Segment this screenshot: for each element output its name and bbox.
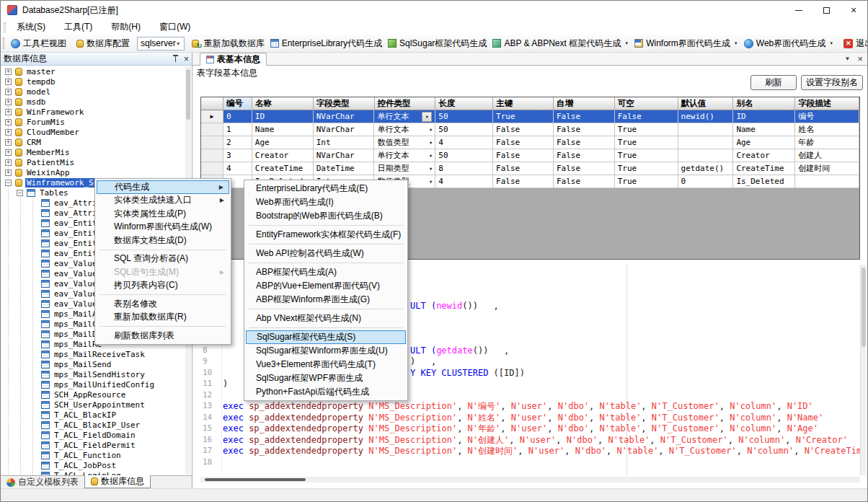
- toolbar-abp-button[interactable]: ABP & ABPNext 框架代码生成 ▼: [490, 36, 632, 51]
- tree-item-MemberMis[interactable]: +MemberMis: [1, 147, 186, 157]
- row-marker-cell[interactable]: [201, 123, 223, 136]
- tab-database-info[interactable]: 数据库信息: [84, 475, 151, 488]
- grid-cell[interactable]: CreateTime: [733, 162, 795, 175]
- column-header-编号[interactable]: 编号: [223, 97, 252, 110]
- menu-item-SqlSugar框架WPF界面生成[interactable]: SqlSugar框架WPF界面生成: [246, 371, 406, 385]
- grid-cell[interactable]: 50: [435, 149, 493, 162]
- grid-cell[interactable]: False: [554, 110, 615, 123]
- combo-dropdown-icon[interactable]: ▼: [430, 166, 433, 171]
- tree-item-mps_MailReceiveTask[interactable]: mps_MailReceiveTask: [1, 349, 186, 359]
- grid-cell[interactable]: True: [615, 123, 678, 136]
- editor-hscrollbar[interactable]: [200, 477, 860, 483]
- tree-item-T_ACL_FieldPermit[interactable]: T_ACL_FieldPermit: [1, 440, 186, 450]
- grid-cell[interactable]: False: [554, 175, 615, 188]
- menu-item-Bootstrap的Web界面代码生成(B)[interactable]: Bootstrap的Web界面代码生成(B): [246, 209, 406, 223]
- table-row[interactable]: 3CreatorNVarChar单行文本▼50FalseFalseTrueCre…: [201, 149, 859, 162]
- column-header-主键[interactable]: 主键: [493, 97, 554, 110]
- tree-item-WinFramework[interactable]: +WinFramework: [1, 107, 186, 117]
- menu-tools[interactable]: 工具(T): [58, 19, 99, 35]
- grid-cell[interactable]: False: [554, 136, 615, 149]
- grid-cell[interactable]: False: [554, 162, 615, 175]
- tree-item-SCH_AppResource[interactable]: SCH_AppResource: [1, 389, 186, 400]
- collapse-icon[interactable]: −: [17, 190, 23, 196]
- expand-icon[interactable]: +: [5, 89, 12, 95]
- menu-item-Winform界面代码生成(W)[interactable]: Winform界面代码生成(W): [97, 221, 229, 234]
- tree-item-tempdb[interactable]: +tempdb: [1, 76, 186, 87]
- tree-item-T_ACL_BlackIP[interactable]: T_ACL_BlackIP: [1, 410, 186, 420]
- grid-cell[interactable]: NVarChar: [314, 123, 375, 136]
- tree-item-master[interactable]: +master: [1, 66, 186, 76]
- grid-cell[interactable]: DateTime: [314, 162, 375, 175]
- grid-cell[interactable]: 单行文本▼: [374, 110, 435, 123]
- collapse-icon[interactable]: −: [5, 180, 12, 186]
- menu-item-SqlSugar框架Winform界面生成(U)[interactable]: SqlSugar框架Winform界面生成(U): [246, 344, 406, 358]
- row-marker-cell[interactable]: [201, 162, 223, 175]
- tree-item-PatientMis[interactable]: +PatientMis: [1, 157, 186, 167]
- grid-cell[interactable]: Creator: [252, 149, 314, 162]
- menu-help[interactable]: 帮助(H): [105, 19, 147, 35]
- panel-close-icon[interactable]: ×: [184, 55, 189, 63]
- grid-cell[interactable]: 4: [435, 136, 493, 149]
- menu-item-EntityFramework实体框架代码生成(F)[interactable]: EntityFramework实体框架代码生成(F): [246, 228, 406, 242]
- db-type-combobox[interactable]: sqlserver ▼: [137, 37, 185, 50]
- tree-item-mps_MailUnifiedConfig[interactable]: mps_MailUnifiedConfig: [1, 379, 186, 389]
- tree-item-T_ACL_Function[interactable]: T_ACL_Function: [1, 450, 186, 460]
- grid-cell[interactable]: 年龄: [795, 136, 859, 149]
- grid-cell[interactable]: 创建人: [795, 149, 859, 162]
- combo-dropdown-icon[interactable]: ▼: [430, 140, 433, 145]
- tree-item-ForumMis[interactable]: +ForumMis: [1, 117, 186, 127]
- grid-cell[interactable]: False: [493, 149, 554, 162]
- row-marker-cell[interactable]: ▶: [201, 110, 223, 123]
- menu-item-SqlSugar框架代码生成(S)[interactable]: SqlSugar框架代码生成(S): [246, 330, 406, 344]
- tree-item-T_ACL_BlackIP_User[interactable]: T_ACL_BlackIP_User: [1, 420, 186, 430]
- menu-item-EnterpriseLibrary代码生成(E)[interactable]: EnterpriseLibrary代码生成(E): [246, 182, 406, 195]
- grid-cell[interactable]: 姓名: [795, 123, 859, 136]
- grid-cell[interactable]: 数值类型▼: [374, 136, 435, 149]
- grid-cell[interactable]: False: [554, 123, 615, 136]
- grid-cell[interactable]: newid(): [678, 110, 734, 123]
- tree-item-model[interactable]: +model: [1, 87, 186, 97]
- table-row[interactable]: ▶0IDNVarChar单行文本▼50TrueFalseFalsenewid()…: [201, 110, 859, 123]
- toolbar-sqlsugar-button[interactable]: SqlSugar框架代码生成: [385, 36, 490, 51]
- toolbar-web-button[interactable]: Web界面代码生成 ▼: [741, 36, 836, 51]
- menu-item-拷贝列表内容(C)[interactable]: 拷贝列表内容(C): [97, 279, 229, 293]
- menu-item-重新加载数据库(R)[interactable]: 重新加载数据库(R): [97, 311, 229, 325]
- menu-item-代码生成[interactable]: 代码生成▶: [97, 180, 229, 194]
- grid-cell[interactable]: 1: [223, 123, 252, 136]
- table-row[interactable]: 1NameNVarChar单行文本▼50FalseFalseTrueName姓名: [201, 123, 859, 136]
- tab-custom-templates[interactable]: 自定义模板列表: [1, 476, 84, 488]
- column-header-自增[interactable]: 自增: [554, 97, 615, 110]
- menu-item-Web API控制器代码生成(W)[interactable]: Web API控制器代码生成(W): [246, 247, 406, 260]
- row-marker-cell[interactable]: [201, 136, 223, 149]
- table-row[interactable]: 4CreateTimeDateTime日期类型▼8FalseFalseTrueg…: [201, 162, 859, 175]
- column-header-字段描述[interactable]: 字段描述: [795, 97, 859, 110]
- expand-icon[interactable]: +: [5, 169, 12, 176]
- expand-icon[interactable]: +: [5, 159, 12, 166]
- toolbar-exit-button[interactable]: ✕ 退出: [841, 36, 868, 51]
- editor-vscrollbar[interactable]: [860, 265, 866, 475]
- tree-item-WeixinApp[interactable]: +WeixinApp: [1, 167, 186, 177]
- tab-list-dropdown-icon[interactable]: ▼: [844, 56, 850, 62]
- grid-cell[interactable]: [678, 136, 734, 149]
- tab-table-basic-info[interactable]: 表基本信息: [200, 53, 267, 66]
- combo-dropdown-icon[interactable]: ▼: [430, 179, 433, 184]
- tab-close-icon[interactable]: ×: [857, 54, 863, 63]
- grid-cell[interactable]: False: [493, 175, 554, 188]
- set-field-alias-button[interactable]: 设置字段别名: [801, 75, 863, 90]
- tree-item-msdb[interactable]: +msdb: [1, 97, 186, 107]
- grid-cell[interactable]: ID: [733, 110, 795, 123]
- close-button[interactable]: ×: [840, 1, 867, 19]
- column-header-默认值[interactable]: 默认值: [678, 97, 734, 110]
- expand-icon[interactable]: +: [5, 119, 12, 126]
- tree-item-mps_MailSend[interactable]: mps_MailSend: [1, 359, 186, 369]
- grid-cell[interactable]: 单行文本▼: [374, 149, 435, 162]
- column-header-字段类型[interactable]: 字段类型: [314, 97, 375, 110]
- column-header-长度[interactable]: 长度: [435, 97, 493, 110]
- toolbar-winform-button[interactable]: Winform界面代码生成 ▼: [632, 36, 741, 51]
- toolbar-view-button[interactable]: 工具栏视图: [8, 36, 69, 51]
- tree-item-T_ACL_FieldDomain[interactable]: T_ACL_FieldDomain: [1, 430, 186, 440]
- grid-cell[interactable]: 50: [435, 110, 493, 123]
- grid-cell[interactable]: Age: [733, 136, 795, 149]
- tree-item-CRM[interactable]: +CRM: [1, 137, 186, 147]
- maximize-button[interactable]: [812, 1, 840, 19]
